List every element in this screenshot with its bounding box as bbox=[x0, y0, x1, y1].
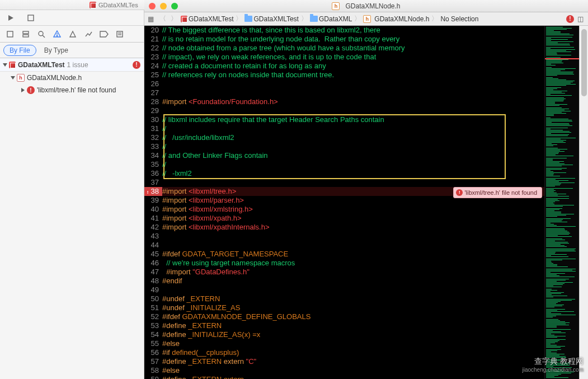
find-navigator-tab[interactable] bbox=[36, 29, 47, 40]
report-navigator-tab[interactable] bbox=[114, 29, 125, 40]
code-line[interactable]: 24// created a document to retain it for… bbox=[144, 62, 544, 71]
svg-marker-10 bbox=[70, 31, 76, 37]
svg-point-5 bbox=[39, 31, 43, 36]
code-line[interactable]: 29 bbox=[144, 106, 544, 115]
code-line[interactable]: 43 bbox=[144, 232, 544, 241]
jumpbar-project[interactable]: GDataXMLTest bbox=[180, 15, 234, 23]
background-tab: GDataXMLTes bbox=[90, 0, 138, 10]
code-line[interactable]: 45#ifdef GDATA_TARGET_NAMESPACE bbox=[144, 250, 544, 259]
issue-navigator-tab[interactable] bbox=[51, 29, 63, 40]
code-line[interactable]: 35// bbox=[144, 160, 544, 169]
disclosure-triangle-icon bbox=[21, 88, 25, 92]
inline-error-pill[interactable]: !'libxml/tree.h' file not found bbox=[453, 187, 542, 198]
code-line[interactable]: 50#undef _EXTERN bbox=[144, 294, 544, 303]
crumb-label: GDataXMLNode.h bbox=[374, 15, 429, 23]
code-line[interactable]: 27 bbox=[144, 88, 544, 97]
breakpoint-navigator-tab[interactable] bbox=[98, 29, 110, 40]
code-line[interactable]: 20// The biggest difference is that, sin… bbox=[144, 26, 544, 35]
crumb-label: GDataXML bbox=[319, 15, 352, 23]
code-line[interactable]: 23// impact), we rely on weak references… bbox=[144, 53, 544, 62]
code-line[interactable]: 31// bbox=[144, 124, 544, 133]
svg-rect-1 bbox=[28, 15, 34, 21]
svg-rect-12 bbox=[117, 31, 123, 37]
code-line[interactable]: 59#define _EXTERN extern bbox=[144, 375, 544, 379]
issue-navigator-panel: GDataXMLTes By File By Type GDataXMLTest… bbox=[0, 0, 144, 379]
window-titlebar: h GDataXMLNode.h bbox=[144, 0, 588, 12]
xcode-project-icon bbox=[90, 2, 96, 8]
code-line[interactable]: 56#if defined(__cplusplus) bbox=[144, 348, 544, 357]
crumb-label: GDataXMLTest bbox=[189, 15, 233, 23]
header-file-icon: h bbox=[363, 15, 371, 23]
jumpbar-group2[interactable]: GDataXML bbox=[309, 15, 353, 23]
inline-error-text: 'libxml/tree.h' file not found bbox=[464, 188, 537, 197]
code-line[interactable]: 51#undef _INITIALIZE_AS bbox=[144, 303, 544, 312]
forward-button[interactable]: 〉 bbox=[168, 14, 180, 24]
svg-rect-2 bbox=[7, 31, 13, 37]
svg-marker-0 bbox=[8, 15, 13, 21]
test-navigator-tab[interactable] bbox=[67, 29, 78, 40]
scrollbar-thumb[interactable] bbox=[581, 29, 587, 96]
svg-line-6 bbox=[43, 35, 45, 38]
symbol-navigator-tab[interactable] bbox=[20, 29, 31, 40]
code-line[interactable]: 58#else bbox=[144, 366, 544, 375]
code-line[interactable]: 34// and Other Linker Flags contain bbox=[144, 151, 544, 160]
code-line[interactable]: 54#define _INITIALIZE_AS(x) =x bbox=[144, 330, 544, 339]
code-line[interactable]: 32// /usr/include/libxml2 bbox=[144, 133, 544, 142]
code-line[interactable]: 33// bbox=[144, 142, 544, 151]
code-line[interactable]: 44 bbox=[144, 241, 544, 250]
gutter-error-icon[interactable]: ! bbox=[144, 187, 152, 196]
jumpbar-file[interactable]: hGDataXMLNode.h bbox=[362, 15, 430, 23]
crumb-label: GDataXMLTest bbox=[253, 15, 298, 23]
issue-group-header[interactable]: GDataXMLTest 1 issue ! bbox=[0, 58, 144, 72]
code-line[interactable]: 55#else bbox=[144, 339, 544, 348]
issue-file-name: GDataXMLNode.h bbox=[27, 74, 82, 82]
split-editor-button[interactable]: ◫ bbox=[577, 15, 584, 23]
issue-message: 'libxml/tree.h' file not found bbox=[37, 86, 116, 94]
code-line[interactable]: 36// -lxml2 bbox=[144, 169, 544, 178]
code-line[interactable]: 41#import <libxml/xpath.h> bbox=[144, 214, 544, 223]
stop-button[interactable] bbox=[25, 15, 37, 21]
code-line[interactable]: 30// libxml includes require that the ta… bbox=[144, 115, 544, 124]
code-line[interactable]: 42#import <libxml/xpathInternals.h> bbox=[144, 223, 544, 232]
chevron-right-icon: 〉 bbox=[353, 14, 362, 24]
code-line[interactable]: 40#import <libxml/xmlstring.h> bbox=[144, 205, 544, 214]
filter-by-type[interactable]: By Type bbox=[44, 46, 68, 54]
vertical-scrollbar[interactable] bbox=[579, 26, 588, 379]
filter-by-file[interactable]: By File bbox=[3, 45, 36, 56]
zoom-window-button[interactable] bbox=[171, 3, 178, 10]
code-line[interactable]: 21// is no retain model for the underlyi… bbox=[144, 35, 544, 44]
code-line[interactable]: 37 bbox=[144, 178, 544, 187]
error-badge-icon: ! bbox=[133, 61, 140, 69]
code-line[interactable]: 25// references rely on nodes inside tha… bbox=[144, 71, 544, 79]
code-line[interactable]: 57#define _EXTERN extern "C" bbox=[144, 357, 544, 366]
minimize-window-button[interactable] bbox=[160, 3, 167, 10]
debug-navigator-tab[interactable] bbox=[83, 29, 94, 40]
code-line[interactable]: 48#endif bbox=[144, 277, 544, 286]
code-line[interactable]: 47 #import "GDataDefines.h" bbox=[144, 268, 544, 277]
jumpbar-selection[interactable]: No Selection bbox=[439, 15, 479, 23]
project-navigator-tab[interactable] bbox=[4, 29, 16, 40]
issue-file-row[interactable]: h GDataXMLNode.h bbox=[0, 72, 144, 84]
code-line[interactable]: 28#import <Foundation/Foundation.h> bbox=[144, 97, 544, 106]
chevron-right-icon: 〉 bbox=[234, 14, 243, 24]
code-line[interactable]: 46 // we're using target namespace macro… bbox=[144, 259, 544, 268]
code-line[interactable]: 53#define _EXTERN bbox=[144, 321, 544, 330]
issue-filter-bar: By File By Type bbox=[0, 43, 144, 58]
source-editor[interactable]: 20// The biggest difference is that, sin… bbox=[144, 26, 544, 379]
code-line[interactable]: 52#ifdef GDATAXMLNODE_DEFINE_GLOBALS bbox=[144, 312, 544, 321]
code-line[interactable]: 26 bbox=[144, 79, 544, 88]
related-items-button[interactable]: ▦ bbox=[148, 15, 154, 23]
svg-rect-3 bbox=[23, 31, 29, 34]
issue-row[interactable]: ! 'libxml/tree.h' file not found bbox=[0, 84, 144, 96]
error-badge-icon[interactable]: ! bbox=[566, 15, 574, 23]
code-line[interactable]: 22// node obtained from a parse tree (wh… bbox=[144, 44, 544, 53]
close-window-button[interactable] bbox=[149, 3, 156, 10]
code-line[interactable]: 49 bbox=[144, 286, 544, 294]
run-button[interactable] bbox=[4, 14, 17, 22]
back-button[interactable]: 〈 bbox=[157, 14, 168, 24]
jumpbar-group1[interactable]: GDataXMLTest bbox=[243, 15, 299, 23]
navigator-toolbar bbox=[0, 10, 144, 26]
header-file-icon: h bbox=[332, 2, 340, 10]
minimap[interactable] bbox=[544, 26, 579, 379]
svg-rect-4 bbox=[23, 35, 29, 37]
